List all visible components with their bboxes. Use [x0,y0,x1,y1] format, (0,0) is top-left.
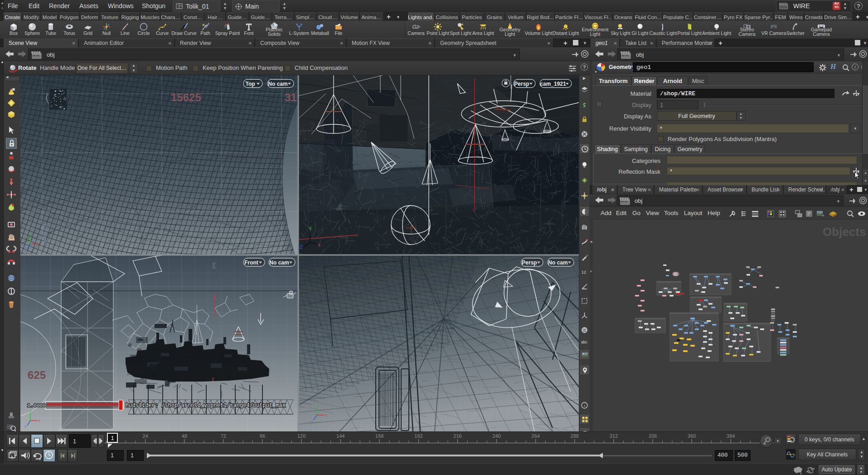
svg-text:288: 288 [571,433,579,439]
svg-text:1.0000: 1.0000 [27,402,46,408]
svg-text:Y: Y [29,409,32,413]
svg-text:abc: abc [581,340,587,344]
svg-text:12: 12 [582,270,586,274]
svg-text:cam_1921: cam_1921 [540,81,566,87]
svg-text:15625: 15625 [171,91,201,103]
svg-text:Front: Front [244,260,258,266]
svg-text:z: z [311,419,313,423]
svg-text:15625: 15625 [41,224,48,244]
svg-text:y: y [213,293,216,299]
svg-text:120: 120 [297,433,305,439]
svg-text:+: + [822,214,824,218]
svg-text:No cam: No cam [268,81,287,87]
svg-text:144: 144 [336,433,344,439]
svg-text:Y: Y [316,404,319,408]
svg-text:Persp: Persp [522,260,537,266]
svg-text:z: z [24,424,26,428]
svg-text:x: x [39,419,40,423]
svg-text:360: 360 [688,433,696,439]
svg-text:Z: Z [300,245,302,250]
svg-text:24: 24 [142,433,148,439]
svg-text:Y: Y [29,233,32,237]
svg-text:No cam: No cam [548,260,567,266]
svg-text:x: x [39,242,40,246]
svg-text:96: 96 [260,433,265,439]
svg-text:240: 240 [492,433,500,439]
svg-text:31: 31 [285,91,297,103]
svg-text:hudslider: /shop/arnold_vopnet: hudslider: /shop/arnold_vopnet1/range4/o… [126,402,286,409]
svg-text:Top: Top [245,81,255,87]
svg-text:i: i [584,403,585,408]
svg-text:Y: Y [309,226,312,231]
svg-text:No cam: No cam [269,260,289,266]
svg-text:264: 264 [532,433,540,439]
svg-text:48: 48 [182,433,187,439]
svg-text:336: 336 [649,433,657,439]
svg-text:375: 375 [212,262,216,269]
svg-text:168: 168 [375,433,383,439]
svg-text:625: 625 [28,369,46,381]
svg-text:x: x [325,413,327,417]
svg-text:216: 216 [453,433,461,439]
svg-text:192: 192 [414,433,422,439]
svg-text:z: z [24,248,26,252]
svg-text:z: z [212,376,214,382]
svg-text:384: 384 [727,433,735,439]
svg-text:x: x [318,242,320,247]
svg-text:312: 312 [610,433,618,439]
svg-text:72: 72 [221,433,226,439]
svg-text:Persp: Persp [514,81,529,87]
